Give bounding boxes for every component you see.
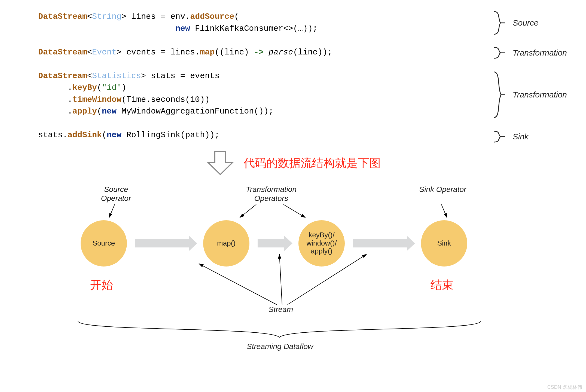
code-block-2: DataStream<Event> events = lines.map((li… bbox=[38, 47, 564, 59]
brace-icon bbox=[492, 47, 506, 59]
sink-node: Sink bbox=[421, 220, 467, 267]
code-block-1: DataStream<String> lines = env.addSource… bbox=[38, 11, 564, 35]
stream-label: Stream bbox=[268, 305, 293, 314]
flow-arrow-icon bbox=[258, 239, 285, 247]
type-string: String bbox=[92, 12, 121, 21]
addSource-method: addSource bbox=[190, 12, 234, 21]
flow-arrow-icon bbox=[135, 239, 190, 247]
brace-icon bbox=[492, 131, 506, 143]
annotation-row: 代码的数据流结构就是下图 bbox=[22, 149, 564, 177]
svg-line-4 bbox=[199, 264, 277, 305]
svg-line-5 bbox=[279, 254, 282, 305]
brace-label-trans1: Transformation bbox=[512, 48, 567, 57]
brace-label-source: Source bbox=[512, 18, 538, 27]
flow-arrow-icon bbox=[353, 239, 407, 247]
new-kw: new bbox=[175, 24, 190, 33]
end-label: 结束 bbox=[431, 277, 453, 293]
svg-line-1 bbox=[240, 204, 256, 218]
streaming-dataflow-label: Streaming Dataflow bbox=[247, 342, 313, 351]
brace-column: Source Transformation Transformation Sin… bbox=[492, 11, 567, 143]
brace-icon bbox=[492, 71, 506, 119]
keyby-node: keyBy()/ window()/ apply() bbox=[298, 220, 345, 267]
code-block-3: DataStream<Statistics> stats = events .k… bbox=[38, 70, 564, 118]
svg-line-3 bbox=[441, 204, 447, 218]
brace-label-trans2: Transformation bbox=[512, 90, 567, 99]
brace-icon bbox=[492, 11, 506, 35]
dataflow-diagram: Source Operator Transformation Operators… bbox=[62, 185, 524, 359]
code-section: DataStream<String> lines = env.addSource… bbox=[38, 11, 564, 141]
start-label: 开始 bbox=[90, 277, 113, 293]
code-block-4: stats.addSink(new RollingSink(path)); bbox=[38, 129, 564, 141]
datastream-kw: DataStream bbox=[38, 12, 87, 21]
source-node: Source bbox=[81, 220, 127, 267]
brace-label-sink: Sink bbox=[512, 132, 528, 141]
svg-line-0 bbox=[109, 204, 115, 218]
svg-line-2 bbox=[283, 204, 305, 218]
map-node: map() bbox=[203, 220, 249, 267]
down-arrow-icon bbox=[205, 149, 235, 177]
diagram-arrows bbox=[62, 185, 524, 359]
center-annotation: 代码的数据流结构就是下图 bbox=[243, 155, 381, 171]
